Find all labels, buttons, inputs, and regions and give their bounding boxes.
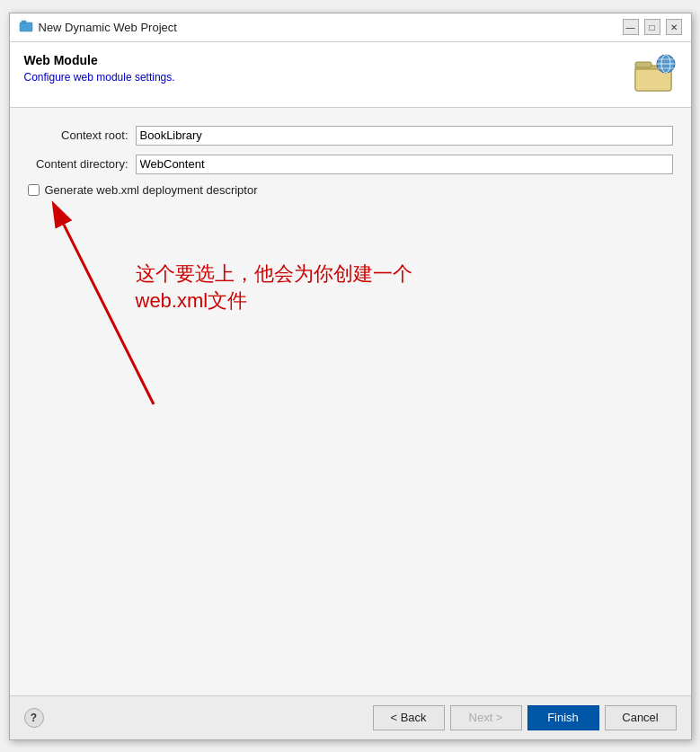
- annotation-text: 这个要选上，他会为你创建一个 web.xml文件: [136, 261, 412, 316]
- svg-rect-3: [635, 62, 651, 67]
- context-root-label: Context root:: [28, 128, 136, 142]
- svg-rect-0: [20, 22, 32, 31]
- context-root-row: Context root:: [28, 126, 673, 146]
- checkbox-row: Generate web.xml deployment descriptor: [28, 183, 673, 197]
- dialog-window: New Dynamic Web Project — □ ✕ Web Module…: [9, 13, 692, 740]
- folder-globe-icon: [634, 53, 677, 96]
- help-button[interactable]: ?: [24, 708, 44, 728]
- generate-webxml-checkbox[interactable]: [28, 184, 40, 196]
- finish-button[interactable]: Finish: [527, 705, 599, 730]
- next-button[interactable]: Next >: [450, 705, 522, 730]
- footer-buttons: < Back Next > Finish Cancel: [373, 705, 677, 730]
- header-section: Web Module Configure web module settings…: [10, 42, 691, 108]
- maximize-button[interactable]: □: [644, 19, 660, 35]
- back-button[interactable]: < Back: [373, 705, 445, 730]
- close-button[interactable]: ✕: [666, 19, 682, 35]
- section-heading: Web Module: [24, 53, 175, 67]
- dialog-title: New Dynamic Web Project: [39, 21, 177, 34]
- cancel-button[interactable]: Cancel: [605, 705, 677, 730]
- title-bar: New Dynamic Web Project — □ ✕: [10, 13, 691, 42]
- header-text: Web Module Configure web module settings…: [24, 53, 175, 84]
- content-area: Context root: Content directory: Generat…: [10, 108, 691, 695]
- content-directory-input[interactable]: [136, 155, 673, 174]
- header-icon: [634, 53, 677, 96]
- dialog-icon: [19, 20, 33, 34]
- checkbox-label[interactable]: Generate web.xml deployment descriptor: [45, 183, 258, 197]
- svg-rect-1: [22, 21, 26, 23]
- content-directory-row: Content directory:: [28, 155, 673, 174]
- title-bar-left: New Dynamic Web Project: [19, 20, 177, 34]
- footer: ? < Back Next > Finish Cancel: [10, 695, 691, 739]
- annotation-line2: web.xml文件: [136, 288, 412, 315]
- content-directory-label: Content directory:: [28, 157, 136, 171]
- minimize-button[interactable]: —: [623, 19, 639, 35]
- annotation-line1: 这个要选上，他会为你创建一个: [136, 261, 412, 288]
- section-description: Configure web module settings.: [24, 71, 175, 84]
- context-root-input[interactable]: [136, 126, 673, 146]
- footer-left: ?: [24, 708, 44, 728]
- title-bar-controls: — □ ✕: [623, 19, 682, 35]
